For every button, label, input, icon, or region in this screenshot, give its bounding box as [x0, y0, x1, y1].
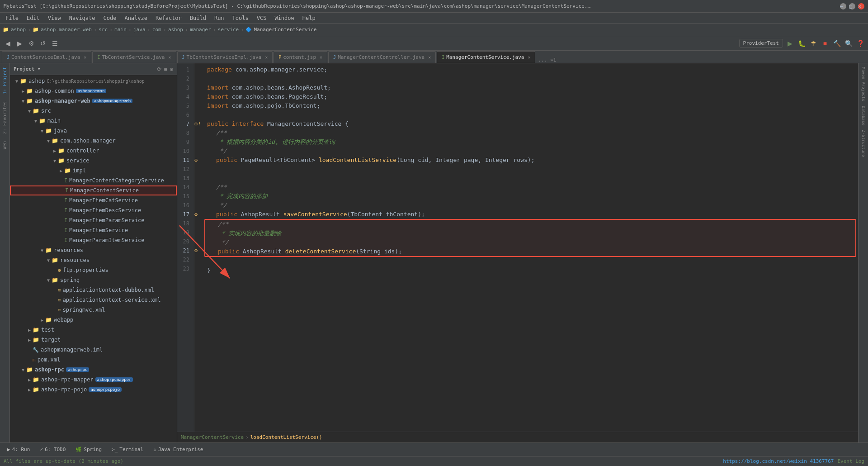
tree-item-mcc-service[interactable]: I ManagerContentCategoryService — [10, 176, 177, 185]
tab-close-2[interactable]: ✕ — [169, 55, 171, 60]
panel-zstructure[interactable]: Z-Structure — [860, 128, 867, 159]
tab-content-service-impl[interactable]: J ContentServiceImpl.java ✕ — [2, 51, 91, 63]
tree-item-mid-service[interactable]: I ManagerItemDescService — [10, 205, 177, 215]
panel-web[interactable]: Web — [1, 138, 9, 153]
tree-item-service[interactable]: ▼ 📁 service — [10, 156, 177, 166]
bottom-tab-run[interactable]: ▶ 4: Run — [4, 446, 33, 453]
tree-item-mic-service[interactable]: I ManagerItemCatService — [10, 195, 177, 205]
debug-button[interactable]: 🐛 — [797, 38, 807, 48]
menu-refactor[interactable]: Refactor — [152, 14, 185, 22]
minimize-button[interactable]: — — [840, 3, 846, 10]
run-button[interactable]: ▶ — [785, 38, 795, 48]
status-url[interactable]: https://blog.csdn.net/weixin_41367767 — [723, 458, 834, 464]
nav-ashop[interactable]: ashop — [11, 27, 26, 33]
menu-help[interactable]: Help — [299, 14, 319, 22]
help-search-button[interactable]: ❓ — [855, 38, 865, 48]
tree-item-com-ashop[interactable]: ▼ 📁 com.ashop.manager — [10, 136, 177, 146]
tree-item-manager-content-service[interactable]: I ManagerContentService — [10, 185, 177, 195]
tree-item-mip-service[interactable]: I ManagerItemParamService — [10, 215, 177, 225]
tree-item-resources-sub[interactable]: ▼ 📁 resources — [10, 255, 177, 265]
tab-tb-content-service-impl[interactable]: J TbContentServiceImpl.java ✕ — [177, 51, 273, 63]
nav-java[interactable]: java — [133, 27, 146, 33]
tab-manager-content-controller[interactable]: J ManagerContentController.java ✕ — [328, 51, 436, 63]
panel-favorites[interactable]: 2: Favorites — [1, 98, 9, 138]
tab-close-3[interactable]: ✕ — [265, 55, 268, 60]
tab-manager-content-service[interactable]: I ManagerContentService.java ✕ — [437, 51, 535, 63]
tab-tb-content-service[interactable]: I TbContentService.java ✕ — [92, 51, 176, 63]
tree-item-test[interactable]: ▶ 📁 test — [10, 325, 177, 335]
tab-close-4[interactable]: ✕ — [320, 55, 322, 60]
menu-window[interactable]: Window — [271, 14, 297, 22]
tab-close-6[interactable]: ✕ — [528, 55, 530, 60]
tree-item-src[interactable]: ▼ 📁 src — [10, 106, 177, 116]
tree-item-ftp[interactable]: ⚙ ftp.properties — [10, 265, 177, 275]
panel-database[interactable]: Database — [860, 104, 867, 127]
run-config-selector[interactable]: ProviderTest — [739, 39, 783, 48]
close-button[interactable]: ✕ — [858, 3, 864, 10]
tree-item-service-xml[interactable]: ≋ applicationContext-service.xml — [10, 295, 177, 305]
more-tabs[interactable]: ... »1 — [538, 57, 556, 63]
nav-ashop2[interactable]: ashop — [168, 27, 183, 33]
back-button[interactable]: ◀ — [3, 38, 13, 48]
nav-com[interactable]: com — [152, 27, 161, 33]
bottom-tab-terminal[interactable]: >_ Terminal — [108, 446, 147, 453]
tree-item-impl[interactable]: ▶ 📁 impl — [10, 166, 177, 176]
code-content[interactable]: package com.ashop.manager.service ; impo… — [203, 63, 858, 432]
tree-item-ashop-common[interactable]: ▶ 📁 ashop-common ashopcommon — [10, 86, 177, 96]
nav-src[interactable]: src — [99, 27, 108, 33]
panel-maven[interactable]: Maven Projects — [860, 65, 867, 103]
event-log-btn[interactable]: Event Log — [837, 458, 864, 464]
nav-manager-web[interactable]: ashop-manager-web — [41, 27, 92, 33]
coverage-button[interactable]: ☂ — [808, 38, 818, 48]
menu-analyze[interactable]: Analyze — [121, 14, 151, 22]
project-sync-icon[interactable]: ⟳ — [157, 66, 161, 72]
tree-item-java[interactable]: ▼ 📁 java — [10, 126, 177, 136]
nav-service[interactable]: service — [218, 27, 239, 33]
tree-item-pom[interactable]: m pom.xml — [10, 355, 177, 365]
bottom-tab-java-ee[interactable]: ☕ Java Enterprise — [150, 446, 207, 453]
forward-button[interactable]: ▶ — [14, 38, 24, 48]
tree-item-webapp[interactable]: ▶ 📁 webapp — [10, 315, 177, 325]
maximize-button[interactable]: □ — [849, 3, 855, 10]
tree-item-iml[interactable]: 🔧 ashopmanagerweb.iml — [10, 345, 177, 355]
tab-close-1[interactable]: ✕ — [84, 55, 86, 60]
tab-content-jsp[interactable]: P content.jsp ✕ — [274, 51, 327, 63]
tree-item-manager-web[interactable]: ▼ 📁 ashop-manager-web ashopmanagerweb — [10, 96, 177, 106]
collapse-button[interactable]: ☰ — [50, 38, 60, 48]
tree-item-mis-service[interactable]: I ManagerItemService — [10, 225, 177, 235]
project-settings-icon[interactable]: ≡ — [164, 66, 167, 72]
tree-item-mpis-service[interactable]: I ManagerParamItemService — [10, 235, 177, 245]
settings-button[interactable]: ⚙ — [26, 38, 36, 48]
tab-close-5[interactable]: ✕ — [428, 55, 431, 60]
menu-vcs[interactable]: VCS — [253, 14, 270, 22]
menu-navigate[interactable]: Navigate — [66, 14, 99, 22]
stop-button[interactable]: ■ — [820, 38, 830, 48]
bottom-tab-spring[interactable]: 🌿 Spring — [72, 446, 105, 453]
code-editor[interactable]: 1 2 3 4 5 6 7 8 9 10 11 12 13 14 15 16 1… — [177, 63, 858, 432]
tree-item-dubbo-xml[interactable]: ≋ applicationContext-dubbo.xml — [10, 285, 177, 295]
menu-edit[interactable]: Edit — [23, 14, 43, 22]
menu-file[interactable]: File — [2, 14, 22, 22]
nav-manager[interactable]: manager — [190, 27, 211, 33]
menu-tools[interactable]: Tools — [229, 14, 252, 22]
menu-run[interactable]: Run — [211, 14, 228, 22]
refresh-button[interactable]: ↺ — [38, 38, 48, 48]
tree-item-resources-main[interactable]: ▼ 📁 resources — [10, 245, 177, 255]
menu-build[interactable]: Build — [186, 14, 210, 22]
tree-item-springmvc[interactable]: ≋ springmvc.xml — [10, 305, 177, 315]
project-gear-icon[interactable]: ⚙ — [170, 66, 173, 72]
tree-item-rpc-mapper[interactable]: ▶ 📁 ashop-rpc-mapper ashoprpcmapper — [10, 375, 177, 385]
tree-item-ashop-rpc[interactable]: ▼ 📁 ashop-rpc ashoprpc — [10, 365, 177, 375]
panel-project[interactable]: 1: Project — [1, 63, 9, 98]
menu-view[interactable]: View — [44, 14, 65, 22]
search-button[interactable]: 🔍 — [844, 38, 854, 48]
tree-item-ashop[interactable]: ▼ 📁 ashop C:\githubRepositories\shopping… — [10, 76, 177, 86]
tree-item-target[interactable]: ▶ 📁 target — [10, 335, 177, 345]
menu-code[interactable]: Code — [100, 14, 120, 22]
nav-manager-content-service[interactable]: ManagerContentService — [254, 27, 316, 33]
tree-item-controller[interactable]: ▶ 📁 controller — [10, 146, 177, 156]
nav-main[interactable]: main — [114, 27, 127, 33]
tree-item-spring[interactable]: ▼ 📁 spring — [10, 275, 177, 285]
build-button[interactable]: 🔨 — [832, 38, 842, 48]
tree-item-rpc-pojo[interactable]: ▶ 📁 ashop-rpc-pojo ashoprpcpojo — [10, 385, 177, 395]
